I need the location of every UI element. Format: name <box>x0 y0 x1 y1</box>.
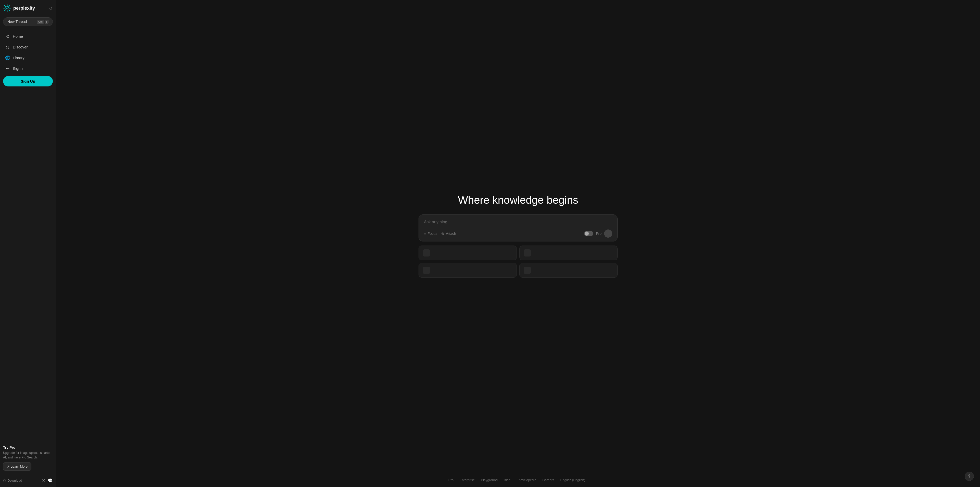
submit-button[interactable]: → <box>604 230 612 238</box>
hero-title: Where knowledge begins <box>458 194 578 206</box>
card-icon-1 <box>423 249 430 257</box>
sidebar-item-signin[interactable]: ↩ Sign in <box>3 63 53 73</box>
suggestion-card-1[interactable] <box>418 246 517 260</box>
help-icon: ? <box>968 474 970 479</box>
download-button[interactable]: ⬡ Download <box>3 479 22 482</box>
help-button[interactable]: ? <box>965 472 974 481</box>
signup-button[interactable]: Sign Up <box>3 76 53 86</box>
discord-icon[interactable]: 💬 <box>48 478 53 483</box>
try-pro-description: Upgrade for image upload, smarter AI, an… <box>3 451 53 460</box>
footer-social-icons: ✕ 💬 <box>42 478 53 483</box>
logo-area: perplexity <box>3 4 35 12</box>
perplexity-logo-icon <box>3 4 11 12</box>
library-icon: 🌐 <box>5 55 10 60</box>
footer-link-encyclopedia[interactable]: Encyclopedia <box>517 478 536 482</box>
pro-label: Pro <box>596 232 601 236</box>
signin-icon: ↩ <box>5 66 10 71</box>
sidebar-nav: ⊙ Home ◎ Discover 🌐 Library ↩ Sign in <box>3 31 53 74</box>
try-pro-title: Try Pro <box>3 446 53 449</box>
app-name: perplexity <box>13 6 35 11</box>
close-icon[interactable]: ✕ <box>42 478 45 483</box>
footer-link-enterprise[interactable]: Enterprise <box>460 478 475 482</box>
shortcut-ctrl: Ctrl <box>37 20 44 24</box>
pro-toggle[interactable] <box>584 231 593 236</box>
home-icon: ⊙ <box>5 34 10 39</box>
card-icon-2 <box>524 249 531 257</box>
sidebar-bottom: Try Pro Upgrade for image upload, smarte… <box>3 441 53 483</box>
footer-link-pro[interactable]: Pro <box>449 478 453 482</box>
search-container: ≡ Focus ⊕ Attach Pro → <box>418 214 617 241</box>
footer-nav: Pro Enterprise Playground Blog Encyclope… <box>449 478 588 482</box>
suggestion-card-4[interactable] <box>519 263 617 278</box>
main-content: Where knowledge begins ≡ Focus ⊕ Attach … <box>56 0 980 487</box>
card-icon-3 <box>423 267 430 274</box>
footer-link-playground[interactable]: Playground <box>481 478 498 482</box>
arrow-right-icon: → <box>606 232 610 236</box>
learn-more-button[interactable]: ↗ Learn More <box>3 462 32 471</box>
focus-icon: ≡ <box>424 232 426 236</box>
collapse-sidebar-button[interactable]: ◁ <box>48 5 53 12</box>
suggestion-card-3[interactable] <box>418 263 517 278</box>
toggle-knob <box>585 232 589 236</box>
sidebar-header: perplexity ◁ <box>3 4 53 12</box>
suggestion-grid <box>418 246 617 278</box>
sidebar: perplexity ◁ New Thread Ctrl I ⊙ Home ◎ … <box>0 0 56 487</box>
shortcut-key: I <box>45 20 48 24</box>
sidebar-footer: ⬡ Download ✕ 💬 <box>3 475 53 483</box>
search-input[interactable] <box>424 220 612 224</box>
new-thread-button[interactable]: New Thread Ctrl I <box>3 17 53 26</box>
try-pro-section: Try Pro Upgrade for image upload, smarte… <box>3 446 53 471</box>
focus-button[interactable]: ≡ Focus <box>424 232 437 236</box>
attach-icon: ⊕ <box>441 232 444 236</box>
search-toolbar: ≡ Focus ⊕ Attach Pro → <box>424 230 612 238</box>
download-icon: ⬡ <box>3 479 6 482</box>
footer-link-careers[interactable]: Careers <box>542 478 554 482</box>
footer-link-blog[interactable]: Blog <box>504 478 511 482</box>
sidebar-item-library[interactable]: 🌐 Library <box>3 52 53 63</box>
suggestion-card-2[interactable] <box>519 246 617 260</box>
footer-link-language[interactable]: English (English) ↓ <box>560 478 588 482</box>
card-icon-4 <box>524 267 531 274</box>
discover-icon: ◎ <box>5 44 10 49</box>
attach-button[interactable]: ⊕ Attach <box>441 232 456 236</box>
sidebar-item-home[interactable]: ⊙ Home <box>3 31 53 41</box>
sidebar-item-discover[interactable]: ◎ Discover <box>3 42 53 52</box>
